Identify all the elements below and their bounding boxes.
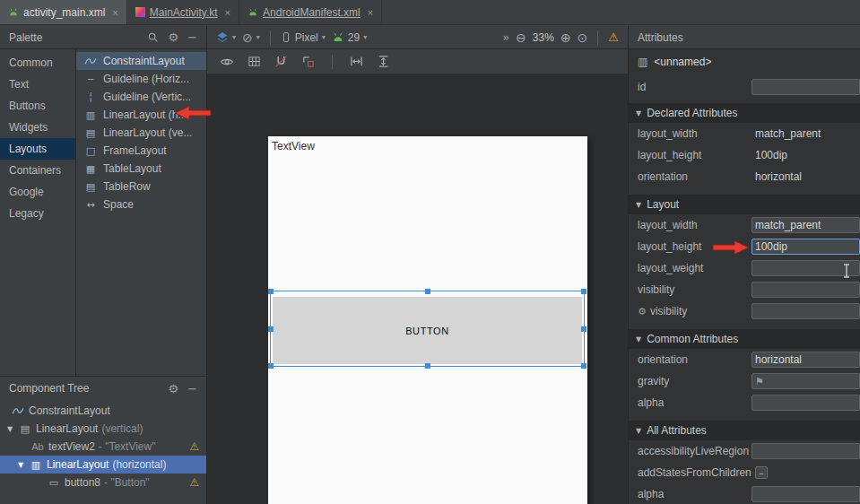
warning-icon[interactable]: ⚠ <box>189 476 199 489</box>
section-layout[interactable]: ▼ Layout <box>629 195 860 214</box>
expand-vertical-icon[interactable] <box>377 55 390 68</box>
textview-widget[interactable]: TextView <box>272 140 315 152</box>
warnings-button[interactable]: ⚠ <box>608 30 619 44</box>
layout-height-field[interactable]: 100dip <box>751 239 860 255</box>
alpha-field[interactable] <box>751 486 860 502</box>
accessibilityliveregion-field[interactable] <box>751 443 860 459</box>
design-canvas[interactable]: TextView BUTTON <box>207 74 628 504</box>
visibility-field[interactable] <box>751 282 860 298</box>
attr-row-orientation: orientation horizontal <box>629 349 860 370</box>
attr-label: gravity <box>638 375 751 387</box>
constraintlayout-icon <box>83 56 98 65</box>
tree-node-suffix: - "TextView" <box>99 440 156 453</box>
palette-category-legacy[interactable]: Legacy <box>0 203 75 224</box>
tree-node-linearlayout-horizontal[interactable]: ▼ ▥ LinearLayout(horizontal) <box>0 456 206 474</box>
button-widget[interactable]: BUTTON <box>273 297 582 364</box>
minimize-icon[interactable]: − <box>187 31 197 43</box>
close-icon[interactable]: × <box>112 7 117 18</box>
selection-handle[interactable] <box>581 326 586 332</box>
attr-row-layout-height[interactable]: layout_height 100dip <box>629 144 860 166</box>
android-file-icon <box>8 8 19 16</box>
selection-handle[interactable] <box>268 326 274 332</box>
palette-category-text[interactable]: Text <box>0 74 75 95</box>
collapse-arrow-icon[interactable]: ▼ <box>16 461 25 469</box>
selection-handle[interactable] <box>425 363 430 369</box>
constraintlayout-icon <box>11 406 25 415</box>
search-icon[interactable] <box>147 31 159 43</box>
palette-item-guideline-horizontal[interactable]: ╌ Guideline (Horiz... <box>76 70 206 88</box>
alpha-field[interactable] <box>751 395 860 411</box>
device-selector[interactable]: Pixel ▾ <box>281 30 326 44</box>
addstatesfromchildren-checkbox[interactable]: – <box>755 466 768 479</box>
layout-width-field[interactable]: match_parent <box>751 217 860 233</box>
selection-handle[interactable] <box>581 363 586 369</box>
section-declared-attributes[interactable]: ▼ Declared Attributes <box>629 103 860 123</box>
layout-weight-field[interactable] <box>751 260 860 276</box>
palette-item-linearlayout-horizontal[interactable]: ▥ LinearLayout (h... <box>76 106 206 124</box>
palette-category-containers[interactable]: Containers <box>0 160 75 181</box>
palette-category-common[interactable]: Common <box>0 52 75 74</box>
palette-body: Common Text Buttons Widgets Layouts Cont… <box>0 49 206 376</box>
zoom-fit-button[interactable]: ⊙ <box>578 30 588 45</box>
palette-header: Palette ⚙ − <box>0 26 206 49</box>
gear-icon[interactable]: ⚙ <box>168 31 178 43</box>
default-margins-icon[interactable] <box>301 55 315 68</box>
tree-node-linearlayout-vertical[interactable]: ▼ ▤ LinearLayout(vertical) <box>0 420 206 438</box>
palette-item-linearlayout-vertical[interactable]: ▤ LinearLayout (ve... <box>76 124 206 142</box>
tab-androidmanifest-xml[interactable]: AndroidManifest.xml × <box>239 0 382 24</box>
palette-category-google[interactable]: Google <box>0 181 75 203</box>
tree-node-constraintlayout[interactable]: ConstraintLayout <box>0 402 206 420</box>
close-icon[interactable]: × <box>368 7 373 18</box>
device-screen[interactable]: TextView BUTTON <box>268 136 587 504</box>
blueprint-mode-button[interactable]: ⊘ ▾ <box>242 30 260 45</box>
warning-icon[interactable]: ⚠ <box>189 440 199 453</box>
api-selector[interactable]: 29 ▾ <box>332 31 367 44</box>
attr-label: layout_width <box>638 127 751 140</box>
gravity-field[interactable]: ⚑ <box>751 373 860 389</box>
tab-activity-main-xml[interactable]: activity_main.xml × <box>0 0 127 24</box>
tools-visibility-field[interactable] <box>751 303 860 319</box>
collapse-arrow-icon[interactable]: ▼ <box>5 425 14 433</box>
close-icon[interactable]: × <box>225 7 230 18</box>
view-options-eye-icon[interactable] <box>220 55 234 69</box>
section-all-attributes[interactable]: ▼ All Attributes <box>629 421 860 440</box>
selected-linearlayout-bounds[interactable]: BUTTON <box>270 291 585 367</box>
tab-label: activity_main.xml <box>23 6 105 19</box>
palette-item-tablelayout[interactable]: ▦ TableLayout <box>76 160 206 178</box>
attributes-header: Attributes <box>629 26 860 49</box>
gear-icon[interactable]: ⚙ <box>168 383 178 395</box>
palette-category-widgets[interactable]: Widgets <box>0 117 75 138</box>
tree-node-label: LinearLayout <box>36 422 98 435</box>
selection-handle[interactable] <box>425 289 430 294</box>
selection-handle[interactable] <box>268 363 274 369</box>
zoom-in-button[interactable]: ⊕ <box>560 30 571 45</box>
tree-node-textview2[interactable]: Ab textView2- "TextView" ⚠ <box>0 438 206 456</box>
zoom-out-button[interactable]: ⊖ <box>516 30 526 45</box>
minimize-icon[interactable]: − <box>187 383 197 395</box>
attr-row-orientation[interactable]: orientation horizontal <box>629 166 860 187</box>
design-mode-button[interactable]: ▾ <box>216 31 236 44</box>
grid-icon[interactable] <box>248 55 261 68</box>
tree-node-button8[interactable]: ▭ button8- "Button" ⚠ <box>0 474 206 491</box>
palette-item-framelayout[interactable]: □ FrameLayout <box>76 142 206 160</box>
section-common-attributes[interactable]: ▼ Common Attributes <box>629 329 860 349</box>
attr-row-layout-width[interactable]: layout_width match_parent <box>629 123 860 144</box>
palette-item-tablerow[interactable]: ▤ TableRow <box>76 178 206 196</box>
palette-category-buttons[interactable]: Buttons <box>0 95 75 117</box>
palette-category-layouts[interactable]: Layouts <box>0 138 75 160</box>
pack-horizontal-icon[interactable] <box>350 55 363 68</box>
attr-label: layout_height <box>638 240 751 253</box>
tab-mainactivity-kt[interactable]: MainActivity.kt × <box>127 0 239 24</box>
id-field[interactable] <box>751 79 860 95</box>
palette-item-space[interactable]: ↔ Space <box>76 196 206 213</box>
tree-node-label: LinearLayout <box>47 458 109 471</box>
orientation-field[interactable]: horizontal <box>751 352 860 368</box>
selection-handle[interactable] <box>268 289 274 294</box>
toolbar-overflow-icon[interactable]: » <box>502 30 509 44</box>
palette-item-label: Guideline (Horiz... <box>103 73 189 85</box>
attr-row-layout-weight: layout_weight <box>629 257 860 279</box>
palette-item-constraintlayout[interactable]: ConstraintLayout <box>76 52 206 70</box>
magnet-off-icon[interactable] <box>274 55 288 68</box>
selection-handle[interactable] <box>581 289 586 294</box>
palette-item-guideline-vertical[interactable]: ╎ Guideline (Vertic... <box>76 88 206 106</box>
